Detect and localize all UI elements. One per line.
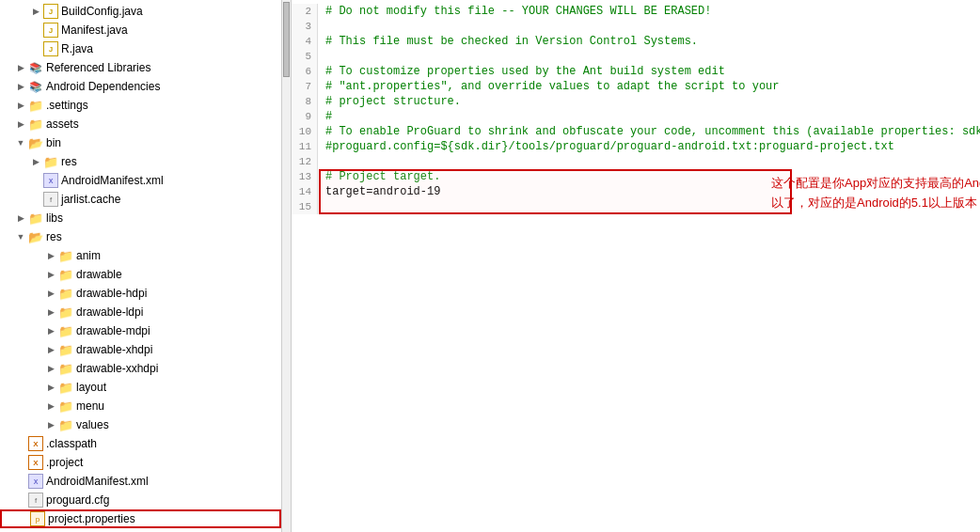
arrow-androiddeps [15, 81, 26, 92]
arrow-values [45, 419, 56, 430]
arrow-buildconfig [30, 6, 41, 17]
tree-item-libs[interactable]: 📁 libs [0, 209, 281, 227]
x-icon-classpath: X [28, 436, 43, 451]
code-line-4: 4# This file must be checked in Version … [292, 34, 980, 49]
line-content-2: # Do not modify this file -- YOUR CHANGE… [318, 4, 711, 19]
arrow-reflibs [15, 62, 26, 73]
code-line-11: 11#proguard.config=${sdk.dir}/tools/prog… [292, 139, 980, 154]
arrow-jarlist [30, 194, 41, 205]
tree-item-res-bin[interactable]: 📁 res [0, 152, 281, 171]
tree-item-menu[interactable]: 📁 menu [0, 397, 281, 415]
arrow-res-bin [30, 156, 41, 167]
line-content-4: # This file must be checked in Version C… [318, 34, 698, 49]
line-number-11: 11 [292, 139, 318, 154]
tree-item-jarlist[interactable]: f jarlist.cache [0, 190, 281, 209]
folder-icon-res-bin: 📁 [43, 154, 58, 169]
folder-icon-settings: 📁 [28, 98, 43, 113]
tree-item-androidmanifest[interactable]: X AndroidManifest.xml [0, 472, 281, 491]
tree-item-buildconfig[interactable]: J BuildConfig.java [0, 2, 281, 21]
tree-item-drawable-ldpi[interactable]: 📁 drawable-ldpi [0, 303, 281, 321]
tree-item-reflibs[interactable]: 📚 Referenced Libraries [0, 58, 281, 77]
folder-icon-drawable-hdpi: 📁 [58, 286, 73, 301]
tree-item-layout[interactable]: 📁 layout [0, 378, 281, 397]
tree-item-projectprops[interactable]: p project.properties [0, 509, 281, 528]
tree-item-drawable-xhdpi[interactable]: 📁 drawable-xhdpi [0, 340, 281, 359]
tree-item-values[interactable]: 📁 values [0, 415, 281, 434]
line-content-13: # Project target. [318, 169, 440, 184]
arrow-menu [45, 400, 56, 412]
label-projectprops: project.properties [48, 512, 135, 525]
tree-item-classpath[interactable]: X .classpath [0, 434, 281, 453]
tree-item-androiddeps[interactable]: 📚 Android Dependencies [0, 77, 281, 96]
tree-item-rjava[interactable]: J R.java [0, 39, 281, 58]
tree-item-manifest-java[interactable]: J Manifest.java [0, 21, 281, 39]
arrow-libs [15, 212, 26, 224]
label-drawable-ldpi: drawable-ldpi [76, 305, 143, 319]
folder-icon-anim: 📁 [58, 248, 73, 263]
label-proguard: proguard.cfg [46, 493, 109, 507]
tree-item-drawable-xxhdpi[interactable]: 📁 drawable-xxhdpi [0, 359, 281, 378]
line-number-10: 10 [292, 124, 318, 139]
label-anim: anim [76, 249, 101, 262]
tree-item-assets[interactable]: 📁 assets [0, 115, 281, 133]
folder-icon-layout: 📁 [58, 380, 73, 395]
label-layout: layout [76, 381, 106, 394]
label-res-bin: res [61, 155, 77, 168]
label-values: values [76, 418, 109, 431]
label-reflibs: Referenced Libraries [46, 61, 150, 74]
line-number-7: 7 [292, 79, 318, 94]
tree-item-proguard[interactable]: f proguard.cfg [0, 491, 281, 509]
arrow-settings [15, 100, 26, 111]
folder-icon-bin: 📂 [28, 135, 43, 150]
arrow-manifest-java [30, 24, 41, 36]
line-number-8: 8 [292, 94, 318, 109]
label-libs: libs [46, 211, 63, 225]
tree-item-settings[interactable]: 📁 .settings [0, 96, 281, 115]
tree-item-res[interactable]: 📂 res [0, 227, 281, 246]
label-drawable: drawable [76, 268, 122, 281]
folder-icon-drawable-ldpi: 📁 [58, 305, 73, 320]
label-menu: menu [76, 399, 104, 413]
label-manifest-java: Manifest.java [61, 23, 128, 37]
label-rjava: R.java [61, 42, 93, 55]
file-tree[interactable]: J BuildConfig.java J Manifest.java J R.j… [0, 0, 282, 532]
line-number-5: 5 [292, 49, 318, 64]
folder-icon-drawable: 📁 [58, 267, 73, 282]
folder-icon-libs: 📁 [28, 211, 43, 226]
arrow-androidmanifest-bin [30, 175, 41, 186]
tree-item-anim[interactable]: 📁 anim [0, 246, 281, 265]
label-androidmanifest: AndroidManifest.xml [46, 475, 149, 488]
tree-item-drawable-hdpi[interactable]: 📁 drawable-hdpi [0, 284, 281, 303]
arrow-drawable-ldpi [45, 306, 56, 318]
line-number-6: 6 [292, 64, 318, 79]
tree-item-drawable[interactable]: 📁 drawable [0, 265, 281, 284]
code-line-3: 3 [292, 19, 980, 34]
line-content-7: # "ant.properties", and override values … [318, 79, 779, 94]
x-icon-project: X [28, 455, 43, 470]
arrow-drawable-xhdpi [45, 344, 56, 355]
label-project-file: .project [46, 456, 83, 469]
tree-item-androidmanifest-bin[interactable]: X AndroidManifest.xml [0, 171, 281, 190]
label-buildconfig: BuildConfig.java [61, 5, 143, 18]
tree-item-project-file[interactable]: X .project [0, 453, 281, 472]
tree-item-bin[interactable]: 📂 bin [0, 133, 281, 152]
arrow-classpath [15, 438, 26, 449]
label-assets: assets [46, 117, 79, 131]
label-res: res [46, 230, 62, 243]
code-line-7: 7# "ant.properties", and override values… [292, 79, 980, 94]
label-drawable-xhdpi: drawable-xhdpi [76, 343, 152, 356]
code-line-10: 10# To enable ProGuard to shrink and obf… [292, 124, 980, 139]
folder-icon-drawable-mdpi: 📁 [58, 323, 73, 338]
arrow-projectprops [17, 513, 28, 524]
java-icon-manifest: J [43, 23, 58, 38]
file-icon-jarlist: f [43, 192, 58, 207]
line-number-3: 3 [292, 19, 318, 34]
label-drawable-mdpi: drawable-mdpi [76, 324, 150, 337]
code-editor[interactable]: 2# Do not modify this file -- YOUR CHANG… [292, 0, 980, 532]
line-content-6: # To customize properties used by the An… [318, 64, 725, 79]
label-androidmanifest-bin: AndroidManifest.xml [61, 174, 164, 187]
tree-item-drawable-mdpi[interactable]: 📁 drawable-mdpi [0, 321, 281, 340]
arrow-androidmanifest [15, 476, 26, 487]
java-icon-r: J [43, 41, 58, 56]
code-line-12: 12 [292, 154, 980, 169]
